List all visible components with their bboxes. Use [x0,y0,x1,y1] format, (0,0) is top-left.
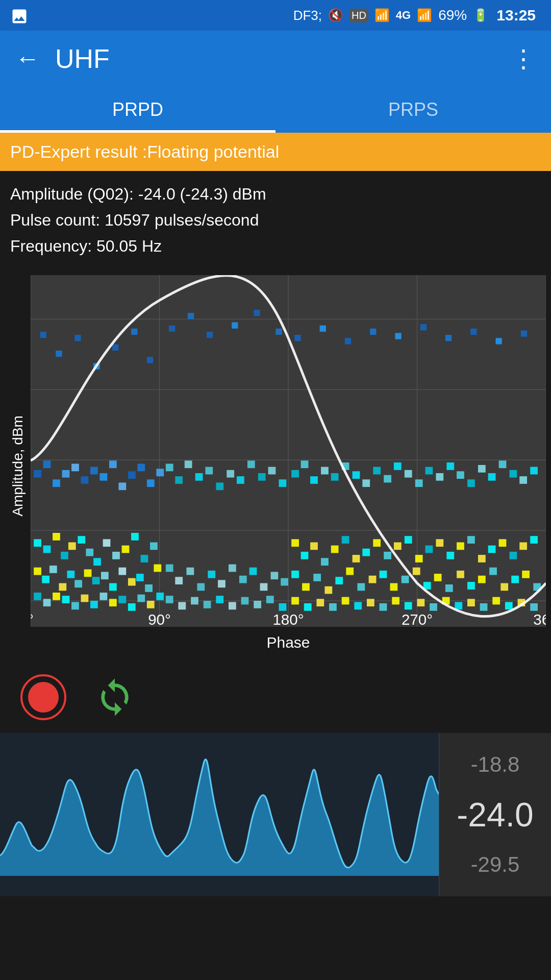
svg-rect-114 [229,602,236,609]
app-title: UHF [55,43,496,74]
reading-bottom: -29.5 [471,852,520,877]
back-button[interactable]: ← [15,46,40,71]
status-icons: DF3; 🔇 HD 📶 4G 📶 69% 🔋 [293,7,489,23]
svg-rect-200 [291,597,299,604]
svg-rect-60 [53,479,60,487]
svg-rect-88 [195,473,203,481]
svg-rect-144 [446,462,454,470]
svg-rect-130 [301,460,309,468]
svg-rect-195 [489,567,497,575]
svg-rect-116 [254,601,261,608]
bottom-panel: -18.8 -24.0 -29.5 [0,733,551,896]
svg-rect-64 [90,467,98,474]
reading-top: -18.8 [471,752,520,777]
svg-rect-83 [254,309,260,315]
svg-text:°: ° [31,610,34,627]
svg-rect-164 [405,536,412,544]
svg-rect-107 [271,572,279,579]
svg-rect-91 [227,470,234,477]
svg-rect-184 [369,575,377,583]
svg-rect-100 [197,583,205,591]
svg-rect-61 [62,470,70,477]
hd-icon: HD [349,9,368,22]
svg-rect-148 [488,473,496,481]
svg-rect-208 [392,597,399,604]
svg-rect-118 [279,603,287,611]
svg-rect-139 [394,462,402,470]
svg-rect-214 [467,599,475,606]
svg-rect-160 [362,548,370,556]
svg-rect-176 [530,536,538,544]
svg-rect-182 [346,567,354,575]
signal2-icon: 📶 [417,8,432,22]
svg-rect-101 [208,570,215,578]
svg-rect-192 [457,570,464,578]
svg-rect-73 [56,350,62,356]
svg-rect-180 [324,586,332,594]
svg-rect-25 [122,545,130,553]
svg-rect-111 [191,597,198,604]
svg-rect-29 [34,567,41,575]
svg-rect-26 [131,533,139,541]
svg-rect-136 [362,479,370,487]
refresh-button[interactable] [92,674,138,720]
svg-rect-179 [313,574,321,581]
svg-rect-56 [147,601,155,608]
svg-rect-143 [436,473,443,481]
tab-prpd[interactable]: PRPD [0,87,276,133]
svg-rect-193 [467,582,475,590]
svg-rect-147 [478,465,486,473]
svg-rect-17 [53,533,60,541]
svg-rect-151 [519,476,527,484]
svg-rect-171 [478,555,486,562]
svg-rect-123 [395,333,401,339]
svg-rect-23 [103,539,111,547]
svg-rect-213 [455,602,462,609]
svg-rect-21 [86,548,93,556]
svg-rect-19 [68,542,76,550]
battery-icon: 🔋 [473,8,488,22]
svg-rect-65 [99,473,107,481]
svg-rect-161 [373,539,381,547]
svg-rect-187 [402,575,409,583]
svg-rect-112 [204,601,211,608]
svg-rect-32 [59,583,66,591]
status-icon-image [10,7,29,28]
svg-rect-149 [499,460,507,468]
svg-rect-215 [480,603,488,611]
svg-rect-57 [156,593,164,600]
pulse-count-info: Pulse count: 10597 pulses/second [10,207,541,233]
svg-rect-34 [74,580,82,587]
svg-rect-132 [321,467,329,474]
svg-rect-209 [405,602,412,609]
svg-rect-71 [156,469,164,476]
app-bar: ← UHF ⋮ [0,31,551,87]
menu-button[interactable]: ⋮ [511,44,536,73]
svg-rect-35 [84,569,92,577]
svg-text:270°: 270° [402,610,433,627]
svg-rect-68 [128,471,136,479]
svg-rect-172 [488,545,496,553]
svg-rect-174 [510,552,517,559]
svg-rect-78 [147,357,153,363]
svg-rect-105 [249,567,257,575]
svg-rect-81 [207,331,213,337]
svg-rect-205 [354,602,362,609]
svg-rect-84 [276,328,282,334]
svg-rect-80 [188,312,194,318]
x-axis-label: Phase [31,629,546,656]
svg-rect-77 [131,328,137,334]
svg-rect-128 [521,330,527,336]
svg-rect-185 [380,570,387,578]
svg-rect-216 [492,597,500,604]
svg-rect-162 [384,552,391,559]
tab-prps[interactable]: PRPS [276,87,551,133]
svg-rect-62 [71,463,79,471]
svg-rect-90 [216,482,223,490]
expert-banner: PD-Expert result :Floating potential [0,133,551,171]
waveform-chart [0,733,439,896]
svg-rect-150 [510,470,517,477]
svg-rect-50 [90,601,98,608]
svg-rect-33 [67,570,74,578]
record-button[interactable] [20,674,66,720]
